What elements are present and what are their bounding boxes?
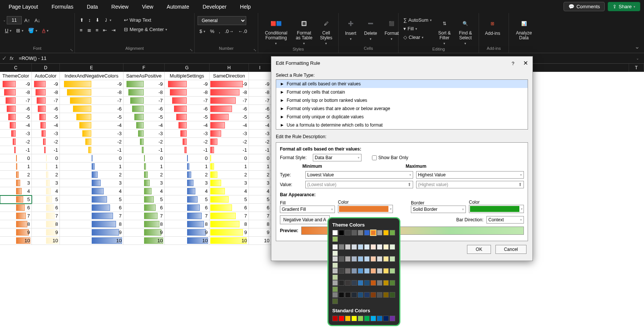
data-cell[interactable]: 10 bbox=[123, 237, 165, 245]
show-bar-only-checkbox[interactable]: Show Bar Only bbox=[372, 155, 408, 160]
data-cell[interactable]: 2 bbox=[60, 171, 123, 179]
data-cell[interactable]: -2 bbox=[123, 138, 165, 146]
cancel-icon[interactable]: ✓ bbox=[2, 55, 7, 62]
data-cell[interactable]: 1 bbox=[210, 163, 249, 171]
data-cell[interactable]: -3 bbox=[123, 130, 165, 138]
data-cell[interactable]: 8 bbox=[123, 220, 165, 228]
data-cell[interactable]: 4 bbox=[210, 187, 249, 195]
data-cell[interactable]: -5 bbox=[32, 113, 60, 121]
data-cell[interactable]: 6 bbox=[32, 204, 60, 212]
min-type-select[interactable]: Lowest Value▾ bbox=[305, 171, 413, 179]
wrap-text-button[interactable]: ↩ Wrap Text bbox=[122, 16, 169, 24]
data-cell[interactable]: -3 bbox=[249, 130, 271, 138]
data-cell[interactable]: -7 bbox=[165, 97, 210, 105]
cancel-button[interactable]: Cancel bbox=[495, 245, 527, 254]
data-cell[interactable]: -4 bbox=[32, 121, 60, 130]
decrease-indent-icon[interactable]: ⇤ bbox=[101, 26, 109, 34]
data-cell[interactable]: 2 bbox=[165, 171, 210, 179]
comments-button[interactable]: 💬 Comments bbox=[564, 2, 605, 11]
color-swatch[interactable] bbox=[364, 292, 370, 298]
color-swatch[interactable] bbox=[358, 316, 363, 321]
rule-item[interactable]: ► Format only cells that contain bbox=[276, 88, 528, 96]
data-cell[interactable]: 0 bbox=[165, 154, 210, 163]
data-cell[interactable]: -9 bbox=[123, 80, 165, 88]
decrease-font-icon[interactable]: A↓ bbox=[33, 16, 42, 24]
merge-center-button[interactable]: ⊟ Merge & Center ▾ bbox=[122, 25, 169, 33]
format-style-select[interactable]: Data Bar▾ bbox=[313, 154, 361, 161]
col-header-g[interactable]: G bbox=[165, 64, 210, 72]
data-cell[interactable]: 3 bbox=[249, 179, 271, 187]
fill-button[interactable]: ▾ Fill ▾ bbox=[402, 25, 434, 33]
data-cell[interactable]: -7 bbox=[123, 97, 165, 105]
data-cell[interactable]: 10 bbox=[32, 237, 60, 245]
data-cell[interactable]: -6 bbox=[0, 105, 32, 113]
max-type-select[interactable]: Highest Value▾ bbox=[416, 171, 524, 179]
color-swatch[interactable] bbox=[377, 316, 382, 321]
data-cell[interactable]: -1 bbox=[165, 146, 210, 154]
color-swatch[interactable] bbox=[345, 268, 351, 274]
data-cell[interactable]: 1 bbox=[32, 163, 60, 171]
col-header-d[interactable]: D bbox=[32, 64, 60, 72]
sort-filter-button[interactable]: ⇅Sort & Filter▾ bbox=[435, 16, 454, 47]
font-size-input[interactable] bbox=[7, 16, 22, 24]
color-swatch[interactable] bbox=[370, 280, 376, 286]
color-swatch[interactable] bbox=[358, 280, 363, 286]
col-header-i[interactable]: I bbox=[249, 64, 271, 72]
expand-formula-icon[interactable]: ⌄ bbox=[636, 57, 639, 60]
data-cell[interactable]: 6 bbox=[249, 204, 271, 212]
accounting-format-icon[interactable]: $▾ bbox=[198, 27, 207, 35]
menu-page-layout[interactable]: Page Layout bbox=[6, 2, 41, 12]
data-cell[interactable]: 0 bbox=[123, 154, 165, 163]
color-swatch[interactable] bbox=[345, 292, 351, 298]
data-cell[interactable]: -7 bbox=[210, 97, 249, 105]
decrease-decimal-icon[interactable]: ←.0 bbox=[236, 27, 249, 35]
data-cell[interactable]: -7 bbox=[60, 97, 123, 105]
data-cell[interactable]: 5 bbox=[165, 195, 210, 204]
data-cell[interactable]: 8 bbox=[165, 220, 210, 228]
data-cell[interactable]: 7 bbox=[32, 212, 60, 220]
color-swatch[interactable] bbox=[339, 230, 344, 236]
data-cell[interactable]: 2 bbox=[32, 171, 60, 179]
max-value-input[interactable]: (Highest value)⬆ bbox=[416, 181, 524, 188]
data-cell[interactable]: -5 bbox=[123, 113, 165, 121]
data-cell[interactable]: -8 bbox=[60, 88, 123, 97]
data-cell[interactable]: -6 bbox=[210, 105, 249, 113]
increase-font-icon[interactable]: A↑ bbox=[22, 16, 32, 24]
data-cell[interactable]: 4 bbox=[165, 187, 210, 195]
data-cell[interactable]: 1 bbox=[0, 163, 32, 171]
data-cell[interactable]: 2 bbox=[123, 171, 165, 179]
data-cell[interactable]: 8 bbox=[32, 220, 60, 228]
collapse-ribbon-icon[interactable]: ⌄ bbox=[635, 43, 640, 50]
border-color-select[interactable]: ▾ bbox=[469, 205, 524, 213]
data-cell[interactable]: 3 bbox=[32, 179, 60, 187]
data-cell[interactable]: 0 bbox=[32, 154, 60, 163]
fx-label[interactable]: fx bbox=[10, 55, 13, 61]
data-cell[interactable]: 5 bbox=[32, 195, 60, 204]
color-swatch[interactable] bbox=[332, 268, 338, 274]
data-cell[interactable]: 9 bbox=[60, 228, 123, 237]
data-cell[interactable]: 7 bbox=[249, 212, 271, 220]
data-cell[interactable]: 0 bbox=[210, 154, 249, 163]
color-swatch[interactable] bbox=[370, 268, 376, 274]
menu-automate[interactable]: Automate bbox=[164, 2, 192, 12]
menu-help[interactable]: Help bbox=[237, 2, 254, 12]
color-swatch[interactable] bbox=[332, 262, 338, 268]
color-swatch[interactable] bbox=[332, 230, 338, 236]
color-swatch[interactable] bbox=[383, 316, 389, 321]
dialog-launcher-icon[interactable]: ⤡ bbox=[190, 48, 193, 52]
data-cell[interactable]: 5 bbox=[123, 195, 165, 204]
color-swatch[interactable] bbox=[351, 230, 357, 236]
color-swatch[interactable] bbox=[370, 316, 376, 321]
color-swatch[interactable] bbox=[345, 280, 351, 286]
data-cell[interactable]: -9 bbox=[60, 80, 123, 88]
data-cell[interactable]: -9 bbox=[165, 80, 210, 88]
menu-formulas[interactable]: Formulas bbox=[49, 2, 76, 12]
data-cell[interactable]: 0 bbox=[60, 154, 123, 163]
min-value-input[interactable]: (Lowest value)⬆ bbox=[305, 181, 413, 188]
rule-item[interactable]: ► Format only values that are above or b… bbox=[276, 104, 528, 113]
data-cell[interactable]: 9 bbox=[210, 228, 249, 237]
analyze-data-button[interactable]: 📊Analyze Data bbox=[512, 16, 536, 42]
data-cell[interactable]: -5 bbox=[210, 113, 249, 121]
data-cell[interactable]: 7 bbox=[210, 212, 249, 220]
col-header-e[interactable]: E bbox=[60, 64, 123, 72]
